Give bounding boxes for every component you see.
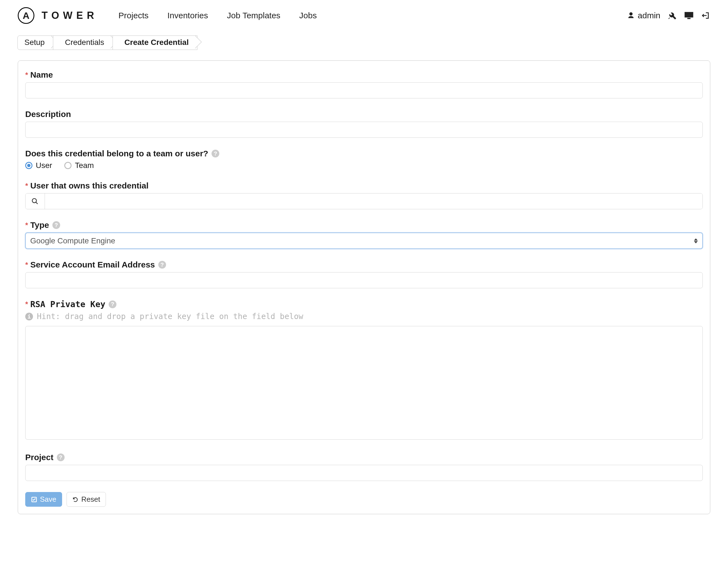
field-rsa-key: * RSA Private Key ? i Hint: drag and dro… xyxy=(25,299,703,441)
topbar-right: admin xyxy=(627,11,710,20)
required-marker: * xyxy=(25,261,28,269)
nav-links: Projects Inventories Job Templates Jobs xyxy=(118,11,317,20)
info-icon: i xyxy=(25,313,33,320)
project-input[interactable] xyxy=(25,465,703,481)
reset-button[interactable]: Reset xyxy=(66,492,106,507)
save-label: Save xyxy=(40,495,56,503)
radio-user[interactable]: User xyxy=(25,161,52,170)
logout-icon[interactable] xyxy=(701,11,710,20)
tools-icon[interactable] xyxy=(668,11,677,20)
nav-inventories[interactable]: Inventories xyxy=(168,11,208,20)
username: admin xyxy=(638,11,660,20)
help-icon[interactable]: ? xyxy=(211,150,219,157)
rsa-key-textarea[interactable] xyxy=(25,326,703,440)
brand[interactable]: A TOWER xyxy=(18,7,98,24)
user-owner-input-group xyxy=(25,193,703,209)
radio-icon xyxy=(25,162,32,169)
field-service-account-email: * Service Account Email Address ? xyxy=(25,260,703,288)
current-user[interactable]: admin xyxy=(627,11,660,20)
breadcrumb-label: Create Credential xyxy=(124,38,189,47)
radio-icon xyxy=(64,162,71,169)
label-user-owner: User that owns this credential xyxy=(30,181,149,191)
radio-team-label: Team xyxy=(75,161,94,170)
name-input[interactable] xyxy=(25,82,703,98)
breadcrumb: Setup Credentials Create Credential xyxy=(0,35,728,50)
svg-rect-1 xyxy=(687,18,690,19)
field-type: * Type ? Google Compute Engine xyxy=(25,220,703,249)
reset-label: Reset xyxy=(81,495,100,503)
svg-rect-0 xyxy=(685,12,693,18)
required-marker: * xyxy=(25,71,28,79)
type-select[interactable]: Google Compute Engine xyxy=(25,233,703,249)
description-input[interactable] xyxy=(25,122,703,138)
radio-user-label: User xyxy=(36,161,52,170)
breadcrumb-credentials[interactable]: Credentials xyxy=(53,35,113,50)
brand-text: TOWER xyxy=(41,10,98,21)
label-owner-type: Does this credential belong to a team or… xyxy=(25,149,208,158)
required-marker: * xyxy=(25,300,28,309)
nav-projects[interactable]: Projects xyxy=(118,11,148,20)
svg-line-3 xyxy=(36,202,38,204)
label-rsa-key: RSA Private Key xyxy=(30,299,105,309)
save-button[interactable]: Save xyxy=(25,492,62,507)
svg-point-2 xyxy=(32,199,37,203)
breadcrumb-label: Credentials xyxy=(65,38,104,47)
label-project: Project xyxy=(25,453,54,462)
breadcrumb-label: Setup xyxy=(24,38,45,47)
rsa-hint-text: Hint: drag and drop a private key file o… xyxy=(37,312,303,321)
service-account-email-input[interactable] xyxy=(25,272,703,288)
breadcrumb-setup[interactable]: Setup xyxy=(18,35,53,50)
rsa-hint: i Hint: drag and drop a private key file… xyxy=(25,312,703,321)
label-name: Name xyxy=(30,70,53,80)
label-service-account-email: Service Account Email Address xyxy=(30,260,155,269)
user-icon xyxy=(627,12,635,20)
logo-icon: A xyxy=(18,7,34,24)
form-panel: * Name Description Does this credential … xyxy=(18,60,710,514)
field-name: * Name xyxy=(25,70,703,98)
nav-job-templates[interactable]: Job Templates xyxy=(227,11,280,20)
lookup-button[interactable] xyxy=(26,194,45,209)
required-marker: * xyxy=(25,221,28,230)
user-owner-input[interactable] xyxy=(45,194,702,209)
form-buttons: Save Reset xyxy=(25,492,703,507)
help-icon[interactable]: ? xyxy=(158,261,166,268)
field-description: Description xyxy=(25,110,703,138)
field-user-owner: * User that owns this credential xyxy=(25,181,703,209)
topbar: A TOWER Projects Inventories Job Templat… xyxy=(0,0,728,30)
search-icon xyxy=(31,198,38,205)
help-icon[interactable]: ? xyxy=(109,300,116,308)
required-marker: * xyxy=(25,181,28,190)
nav-jobs[interactable]: Jobs xyxy=(299,11,317,20)
label-description: Description xyxy=(25,110,71,119)
breadcrumb-create-credential[interactable]: Create Credential xyxy=(113,35,197,50)
label-type: Type xyxy=(30,220,49,230)
help-icon[interactable]: ? xyxy=(57,454,65,461)
undo-icon xyxy=(72,496,79,502)
field-project: Project ? xyxy=(25,453,703,481)
radio-team[interactable]: Team xyxy=(64,161,94,170)
check-icon xyxy=(31,496,37,502)
field-owner-type: Does this credential belong to a team or… xyxy=(25,149,703,170)
chevron-right-icon xyxy=(195,35,203,50)
help-icon[interactable]: ? xyxy=(52,221,60,229)
monitor-icon[interactable] xyxy=(684,11,694,20)
